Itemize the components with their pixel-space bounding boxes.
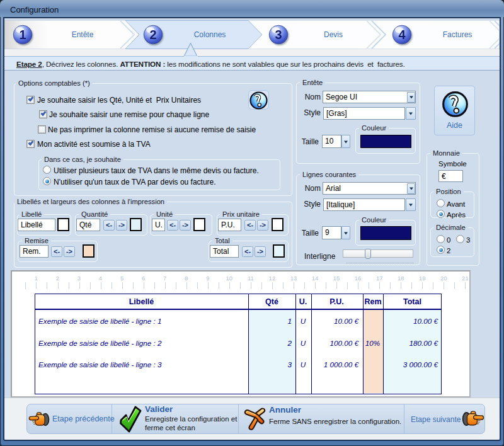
svg-text:4: 4	[398, 28, 406, 42]
svg-text:Entête: Entête	[72, 30, 94, 39]
svg-text:Colonnes: Colonnes	[194, 30, 226, 39]
svg-text:Factures: Factures	[443, 30, 472, 39]
svg-text:Devis: Devis	[324, 30, 343, 39]
svg-text:3: 3	[275, 28, 282, 42]
svg-text:2: 2	[149, 28, 156, 42]
svg-text:1: 1	[19, 28, 26, 42]
